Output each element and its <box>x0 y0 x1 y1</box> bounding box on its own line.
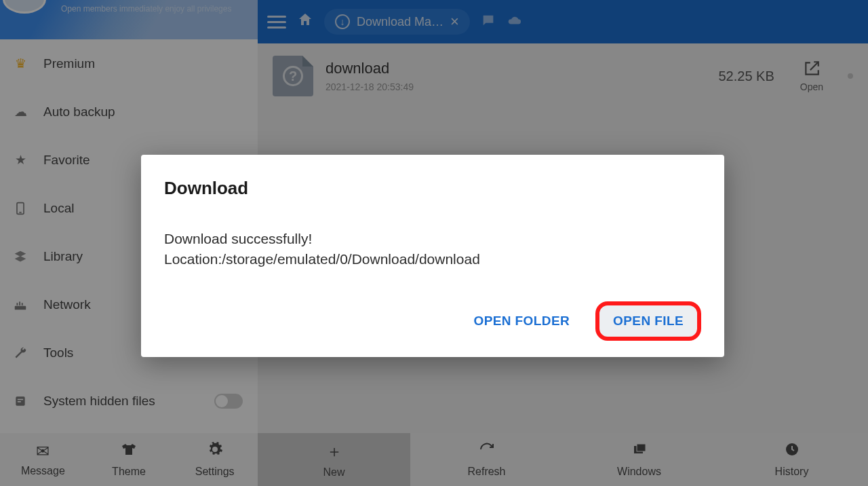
open-file-highlight: OPEN FILE <box>595 301 701 341</box>
open-file-button[interactable]: OPEN FILE <box>609 311 688 331</box>
dialog-body: Download successfully! Location:/storage… <box>164 229 701 270</box>
dialog-actions: OPEN FOLDER OPEN FILE <box>164 301 701 341</box>
download-dialog: Download Download successfully! Location… <box>141 155 724 357</box>
dialog-message-line1: Download successfully! <box>164 229 701 249</box>
app-root: Open members immediately enjoy all privi… <box>0 0 868 486</box>
open-folder-button[interactable]: OPEN FOLDER <box>467 305 576 337</box>
dialog-title: Download <box>164 178 701 199</box>
dialog-message-line2: Location:/storage/emulated/0/Download/do… <box>164 249 701 269</box>
